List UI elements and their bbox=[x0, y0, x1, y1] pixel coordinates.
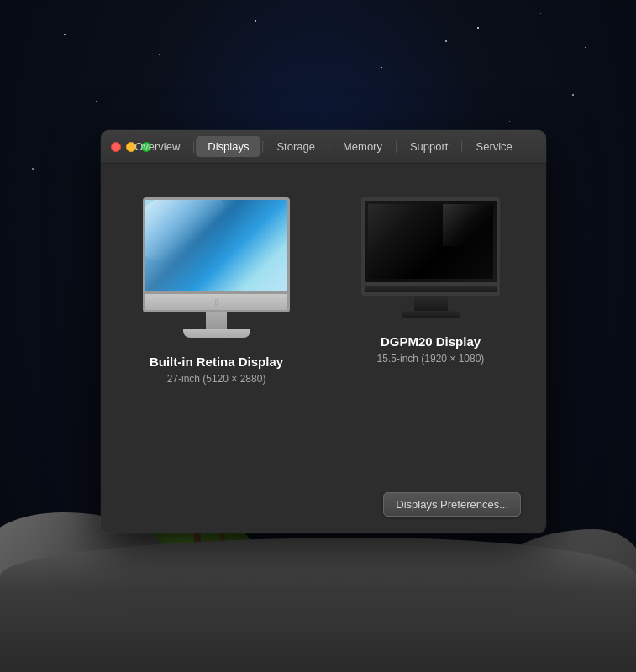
title-bar: Overview Displays Storage Memory Support… bbox=[101, 130, 546, 164]
monitor-screen bbox=[368, 204, 493, 279]
imac-illustration:  bbox=[143, 197, 290, 338]
window-content:  Built-in Retina Display 27-inch (5120 … bbox=[101, 164, 546, 533]
imac-chin:  bbox=[143, 294, 290, 312]
tab-sep-5 bbox=[462, 141, 463, 153]
monitor-frame bbox=[361, 197, 500, 286]
displays-grid:  Built-in Retina Display 27-inch (5120 … bbox=[126, 189, 521, 484]
display-spec-external: 15.5-inch (1920 × 1080) bbox=[377, 353, 485, 365]
tab-displays[interactable]: Displays bbox=[196, 136, 260, 157]
monitor-neck bbox=[414, 296, 448, 311]
display-item-external: DGPM20 Display 15.5-inch (1920 × 1080) bbox=[340, 197, 521, 365]
displays-preferences-button[interactable]: Displays Preferences... bbox=[383, 492, 521, 517]
bottom-bar: Displays Preferences... bbox=[126, 484, 521, 517]
tab-sep-1 bbox=[193, 141, 194, 153]
display-name-external: DGPM20 Display bbox=[381, 334, 481, 349]
tab-memory[interactable]: Memory bbox=[331, 136, 394, 157]
monitor-chin bbox=[361, 286, 500, 296]
display-spec-builtin: 27-inch (5120 × 2880) bbox=[167, 373, 266, 385]
imac-stand-base bbox=[183, 329, 250, 338]
imac-screen bbox=[143, 197, 290, 294]
tab-support[interactable]: Support bbox=[398, 136, 460, 157]
monitor-glare bbox=[443, 204, 493, 246]
imac-stand-neck bbox=[206, 312, 227, 329]
tab-service[interactable]: Service bbox=[465, 136, 524, 157]
tab-sep-2 bbox=[262, 141, 263, 153]
monitor-base bbox=[402, 311, 460, 318]
tabs-bar: Overview Displays Storage Memory Support… bbox=[123, 136, 524, 157]
tab-sep-3 bbox=[329, 141, 329, 153]
display-item-builtin:  Built-in Retina Display 27-inch (5120 … bbox=[126, 197, 307, 385]
tab-overview[interactable]: Overview bbox=[123, 136, 192, 157]
monitor-illustration bbox=[361, 197, 500, 318]
display-name-builtin: Built-in Retina Display bbox=[150, 354, 283, 369]
apple-logo-icon:  bbox=[215, 297, 218, 307]
close-button[interactable] bbox=[111, 142, 121, 152]
tab-sep-4 bbox=[396, 141, 397, 153]
about-this-mac-window: Overview Displays Storage Memory Support… bbox=[101, 130, 546, 533]
tab-storage[interactable]: Storage bbox=[265, 136, 327, 157]
